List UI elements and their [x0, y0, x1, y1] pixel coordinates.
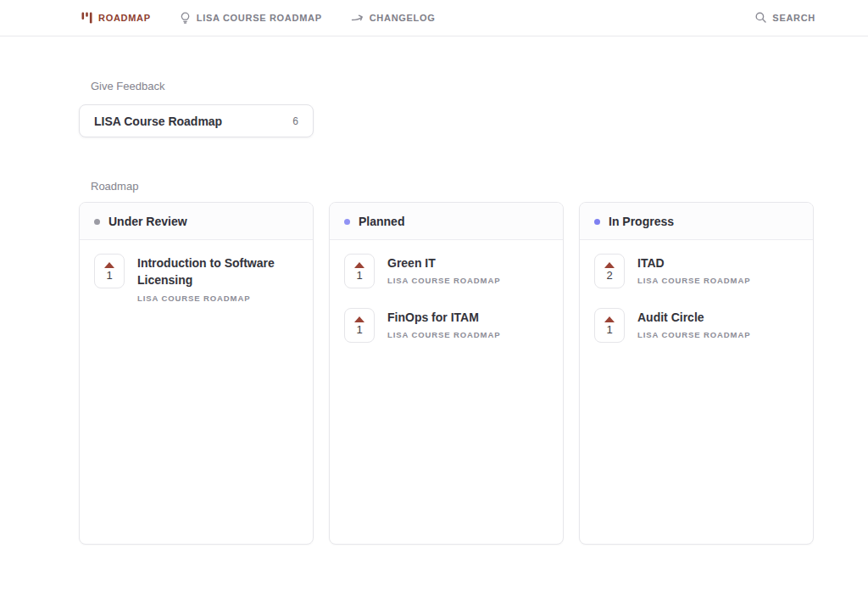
upvote-arrow-icon — [104, 262, 114, 268]
main-content: Give Feedback LISA Course Roadmap 6 Road… — [0, 80, 868, 545]
vote-count: 1 — [356, 270, 362, 281]
card-board-tag: LISA COURSE ROADMAP — [387, 276, 500, 285]
upvote-button[interactable]: 1 — [594, 308, 625, 343]
upvote-arrow-icon — [604, 316, 615, 322]
roadmap-board-icon — [81, 12, 92, 24]
upvote-button[interactable]: 1 — [344, 254, 375, 288]
nav-tab-changelog-label: CHANGELOG — [370, 13, 436, 23]
card-board-tag: LISA COURSE ROADMAP — [637, 276, 750, 285]
card-text: Introduction to Software Licensing LISA … — [137, 254, 298, 303]
upvote-button[interactable]: 2 — [594, 254, 625, 288]
column-under-review-header: Under Review — [80, 203, 313, 240]
board-selector[interactable]: LISA Course Roadmap 6 — [79, 104, 314, 137]
vote-count: 2 — [606, 270, 612, 281]
card-text: Audit Circle LISA COURSE ROADMAP — [637, 308, 750, 339]
card-title: Green IT — [387, 255, 500, 271]
upvote-button[interactable]: 1 — [94, 254, 125, 288]
search-icon — [755, 12, 766, 25]
column-in-progress-header: In Progress — [580, 203, 813, 240]
nav-tab-board[interactable]: LISA COURSE ROADMAP — [180, 12, 322, 24]
nav-tab-changelog[interactable]: CHANGELOG — [351, 13, 436, 23]
column-title: Under Review — [108, 215, 187, 228]
upvote-arrow-icon — [354, 316, 364, 322]
vote-count: 1 — [356, 324, 362, 335]
column-in-progress-body: 2 ITAD LISA COURSE ROADMAP 1 Audit Circl… — [580, 240, 813, 544]
roadmap-card-itad[interactable]: 2 ITAD LISA COURSE ROADMAP — [580, 242, 813, 296]
card-board-tag: LISA COURSE ROADMAP — [137, 294, 298, 303]
nav-tab-roadmap-label: ROADMAP — [98, 13, 151, 23]
status-dot-in-progress — [594, 219, 600, 225]
card-title: Introduction to Software Licensing — [137, 255, 298, 289]
status-dot-planned — [344, 219, 350, 225]
card-title: Audit Circle — [637, 309, 750, 326]
roadmap-columns: Under Review 1 Introduction to Software … — [79, 202, 814, 545]
card-board-tag: LISA COURSE ROADMAP — [387, 330, 500, 339]
vote-count: 1 — [106, 270, 112, 281]
nav-left-group: ROADMAP LISA COURSE ROADMAP CHANGELOG — [81, 12, 436, 24]
column-planned-header: Planned — [330, 203, 563, 240]
column-planned: Planned 1 Green IT LISA COURSE ROADMAP — [329, 202, 564, 545]
vote-count: 1 — [606, 324, 612, 335]
column-planned-body: 1 Green IT LISA COURSE ROADMAP 1 FinOps … — [330, 240, 563, 544]
search-label: SEARCH — [772, 13, 815, 23]
give-feedback-label: Give Feedback — [79, 80, 814, 92]
upvote-button[interactable]: 1 — [344, 308, 375, 343]
lightbulb-icon — [180, 12, 191, 24]
column-title: In Progress — [609, 215, 674, 228]
roadmap-card-audit-circle[interactable]: 1 Audit Circle LISA COURSE ROADMAP — [580, 296, 813, 350]
roadmap-card-finops-for-itam[interactable]: 1 FinOps for ITAM LISA COURSE ROADMAP — [330, 296, 563, 350]
status-dot-under-review — [94, 219, 100, 225]
roadmap-card-green-it[interactable]: 1 Green IT LISA COURSE ROADMAP — [330, 242, 563, 296]
arrow-right-icon — [351, 13, 364, 23]
nav-tab-roadmap[interactable]: ROADMAP — [81, 12, 151, 24]
column-in-progress: In Progress 2 ITAD LISA COURSE ROADMAP — [579, 202, 814, 545]
card-text: Green IT LISA COURSE ROADMAP — [387, 254, 500, 285]
upvote-arrow-icon — [354, 262, 364, 268]
nav-tab-board-label: LISA COURSE ROADMAP — [197, 13, 322, 23]
column-under-review-body: 1 Introduction to Software Licensing LIS… — [80, 240, 313, 544]
upvote-arrow-icon — [604, 262, 615, 268]
roadmap-section-label: Roadmap — [79, 180, 814, 193]
card-board-tag: LISA COURSE ROADMAP — [637, 330, 750, 339]
card-text: ITAD LISA COURSE ROADMAP — [637, 254, 750, 285]
card-title: ITAD — [637, 255, 750, 271]
column-title: Planned — [359, 215, 404, 228]
card-text: FinOps for ITAM LISA COURSE ROADMAP — [387, 308, 500, 339]
board-selector-name: LISA Course Roadmap — [94, 115, 222, 128]
board-selector-count: 6 — [292, 115, 298, 127]
card-title: FinOps for ITAM — [387, 309, 500, 326]
top-navigation-bar: ROADMAP LISA COURSE ROADMAP CHANGELOG — [0, 0, 868, 36]
search-button[interactable]: SEARCH — [755, 12, 815, 25]
roadmap-card-introduction-to-software-licensing[interactable]: 1 Introduction to Software Licensing LIS… — [80, 242, 313, 310]
column-under-review: Under Review 1 Introduction to Software … — [79, 202, 314, 545]
